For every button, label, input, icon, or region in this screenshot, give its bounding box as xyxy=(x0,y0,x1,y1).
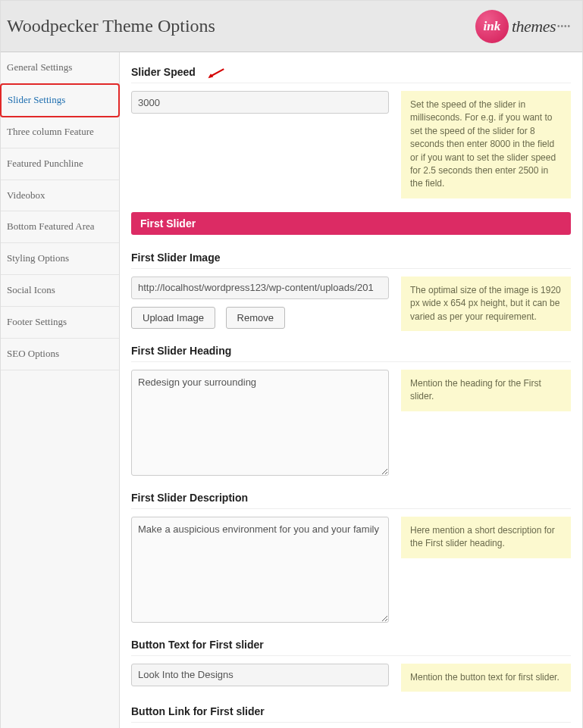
sidebar-item-seo-options[interactable]: SEO Options xyxy=(1,339,119,370)
sidebar-item-three-column-feature[interactable]: Three column Feature xyxy=(1,117,119,148)
first-slider-heading-textarea[interactable]: Redesign your surrounding xyxy=(131,370,389,476)
sidebar-item-videobox[interactable]: Videobox xyxy=(1,180,119,212)
logo-dots: •••• xyxy=(557,22,571,30)
first-slider-description-textarea[interactable]: Make a auspicious environment for you an… xyxy=(131,517,389,623)
sidebar-item-social-icons[interactable]: Social Icons xyxy=(1,275,119,307)
section-title-first-slider-image: First Slider Image xyxy=(131,252,571,269)
section-title-first-slider-heading: First Slider Heading xyxy=(131,345,571,362)
sidebar-item-bottom-featured-area[interactable]: Bottom Featured Area xyxy=(1,211,119,243)
sidebar: General Settings Slider Settings Three c… xyxy=(1,52,120,728)
section-title-slider-speed: Slider Speed xyxy=(131,66,571,83)
slider-speed-input[interactable] xyxy=(131,91,389,114)
sidebar-item-general-settings[interactable]: General Settings xyxy=(1,52,119,84)
remove-image-button[interactable]: Remove xyxy=(226,307,285,329)
button-text-input[interactable] xyxy=(131,664,389,686)
sidebar-item-slider-settings[interactable]: Slider Settings xyxy=(0,83,120,117)
sidebar-item-styling-options[interactable]: Styling Options xyxy=(1,243,119,275)
main-content: Slider Speed Set the speed of the slider… xyxy=(120,52,582,728)
logo-ink-text: ink xyxy=(484,19,501,34)
sidebar-item-featured-punchline[interactable]: Featured Punchline xyxy=(1,148,119,180)
logo: ink themes •••• xyxy=(475,10,571,43)
slider-speed-label: Slider Speed xyxy=(131,66,196,78)
logo-icon: ink xyxy=(475,10,509,43)
arrow-icon xyxy=(205,67,225,83)
first-slider-image-help: The optimal size of the image is 1920 px… xyxy=(401,277,571,331)
first-slider-banner: First Slider xyxy=(131,212,571,235)
header: Woodpecker Theme Options ink themes •••• xyxy=(1,1,582,52)
button-text-help: Mention the button text for first slider… xyxy=(401,664,571,692)
section-title-first-slider-description: First Slider Description xyxy=(131,492,571,509)
first-slider-image-input[interactable] xyxy=(131,277,389,299)
logo-themes-text: themes xyxy=(512,17,556,36)
sidebar-item-footer-settings[interactable]: Footer Settings xyxy=(1,307,119,339)
section-title-button-link: Button Link for First slider xyxy=(131,705,571,723)
page-title: Woodpecker Theme Options xyxy=(7,16,215,36)
first-slider-description-help: Here mention a short description for the… xyxy=(401,517,571,558)
upload-image-button[interactable]: Upload Image xyxy=(131,307,215,329)
slider-speed-help: Set the speed of the slider in milliseco… xyxy=(401,91,571,198)
section-title-button-text: Button Text for First slider xyxy=(131,639,571,656)
first-slider-heading-help: Mention the heading for the First slider… xyxy=(401,370,571,411)
